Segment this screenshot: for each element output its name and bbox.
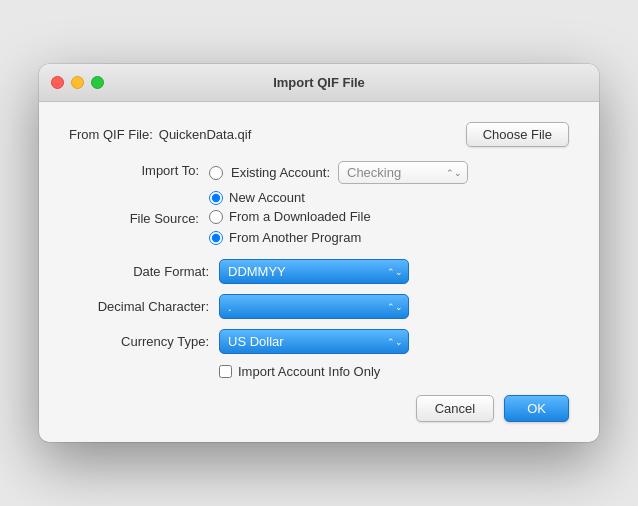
import-to-section: Import To: Existing Account: Checking Ne…: [69, 161, 569, 205]
ok-button[interactable]: OK: [504, 395, 569, 422]
traffic-lights: [51, 76, 104, 89]
downloaded-file-radio[interactable]: [209, 210, 223, 224]
file-name: QuickenData.qif: [159, 127, 252, 142]
date-format-row: Date Format: DDMMYY MMDDYY YYMMDD: [69, 259, 569, 284]
new-account-label: New Account: [229, 190, 305, 205]
dialog-window: Import QIF File From QIF File: QuickenDa…: [39, 64, 599, 442]
decimal-character-label: Decimal Character:: [69, 299, 209, 314]
import-account-info-checkbox[interactable]: [219, 365, 232, 378]
window-title: Import QIF File: [273, 75, 365, 90]
existing-account-row: Existing Account: Checking: [209, 161, 468, 184]
cancel-button[interactable]: Cancel: [416, 395, 494, 422]
existing-account-label: Existing Account:: [231, 165, 330, 180]
decimal-character-row: Decimal Character: . ,: [69, 294, 569, 319]
decimal-character-select-wrapper: . ,: [219, 294, 409, 319]
currency-type-row: Currency Type: US Dollar Euro British Po…: [69, 329, 569, 354]
file-source-section: File Source: From a Downloaded File From…: [69, 209, 569, 245]
titlebar: Import QIF File: [39, 64, 599, 102]
new-account-row: New Account: [209, 190, 468, 205]
currency-type-label: Currency Type:: [69, 334, 209, 349]
maximize-button[interactable]: [91, 76, 104, 89]
decimal-character-select[interactable]: . ,: [219, 294, 409, 319]
import-to-label: Import To:: [69, 161, 199, 178]
existing-account-radio[interactable]: [209, 166, 223, 180]
file-info: From QIF File: QuickenData.qif: [69, 127, 251, 142]
date-format-select-wrapper: DDMMYY MMDDYY YYMMDD: [219, 259, 409, 284]
import-account-info-label: Import Account Info Only: [238, 364, 380, 379]
close-button[interactable]: [51, 76, 64, 89]
checkbox-row: Import Account Info Only: [219, 364, 569, 379]
currency-type-select-wrapper: US Dollar Euro British Pound: [219, 329, 409, 354]
dialog-content: From QIF File: QuickenData.qif Choose Fi…: [39, 102, 599, 442]
existing-account-select[interactable]: Checking: [338, 161, 468, 184]
file-source-label: File Source:: [69, 209, 199, 226]
date-format-select[interactable]: DDMMYY MMDDYY YYMMDD: [219, 259, 409, 284]
another-program-radio[interactable]: [209, 231, 223, 245]
another-program-label: From Another Program: [229, 230, 361, 245]
choose-file-button[interactable]: Choose File: [466, 122, 569, 147]
date-format-label: Date Format:: [69, 264, 209, 279]
file-row: From QIF File: QuickenData.qif Choose Fi…: [69, 122, 569, 147]
new-account-radio[interactable]: [209, 191, 223, 205]
import-to-options: Existing Account: Checking New Account: [209, 161, 468, 205]
file-source-options: From a Downloaded File From Another Prog…: [209, 209, 371, 245]
downloaded-file-row: From a Downloaded File: [209, 209, 371, 224]
currency-type-select[interactable]: US Dollar Euro British Pound: [219, 329, 409, 354]
minimize-button[interactable]: [71, 76, 84, 89]
file-label: From QIF File:: [69, 127, 153, 142]
another-program-row: From Another Program: [209, 230, 371, 245]
button-row: Cancel OK: [69, 395, 569, 422]
downloaded-file-label: From a Downloaded File: [229, 209, 371, 224]
existing-account-select-wrapper: Checking: [338, 161, 468, 184]
